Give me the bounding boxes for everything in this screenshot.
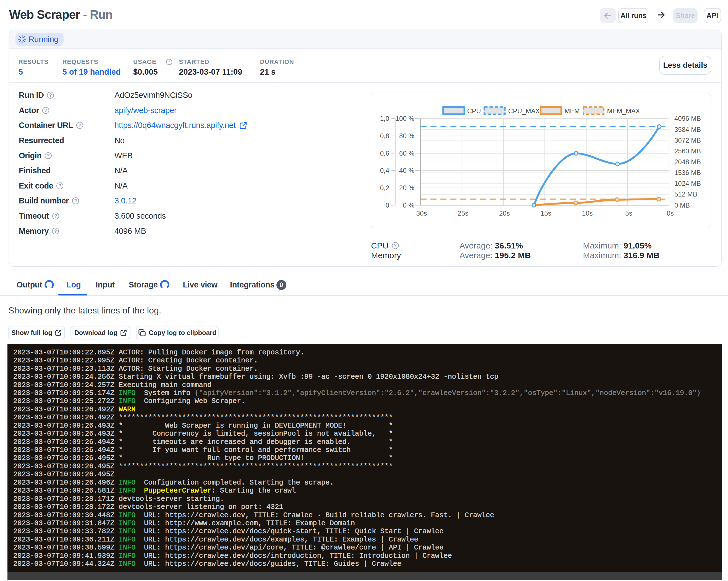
svg-text:0 MB: 0 MB <box>674 202 690 209</box>
svg-text:-15s: -15s <box>538 210 551 217</box>
svg-text:CPU: CPU <box>467 107 481 115</box>
svg-text:60 %: 60 % <box>399 150 414 157</box>
svg-text:-25s: -25s <box>456 210 468 217</box>
svg-text:1536 MB: 1536 MB <box>674 169 701 176</box>
svg-text:1024 MB: 1024 MB <box>674 180 701 187</box>
svg-text:-10s: -10s <box>580 210 593 217</box>
svg-text:40 %: 40 % <box>399 167 414 175</box>
svg-text:0: 0 <box>386 202 389 209</box>
svg-text:0,4: 0,4 <box>380 167 389 175</box>
svg-text:-5s: -5s <box>623 210 632 217</box>
svg-text:3072 MB: 3072 MB <box>674 136 701 144</box>
svg-text:3584 MB: 3584 MB <box>674 126 701 133</box>
svg-text:2560 MB: 2560 MB <box>674 147 701 155</box>
svg-text:-0s: -0s <box>665 210 674 217</box>
svg-text:CPU_MAX: CPU_MAX <box>508 107 540 115</box>
svg-text:20 %: 20 % <box>399 184 414 191</box>
svg-text:0 %: 0 % <box>403 202 414 209</box>
svg-text:512 MB: 512 MB <box>674 191 697 198</box>
svg-text:1,0: 1,0 <box>380 115 389 123</box>
svg-text:MEM_MAX: MEM_MAX <box>607 107 640 115</box>
svg-text:0,8: 0,8 <box>380 132 389 139</box>
svg-text:-30s: -30s <box>414 210 427 217</box>
svg-text:4096 MB: 4096 MB <box>674 115 701 123</box>
svg-text:0,2: 0,2 <box>380 184 389 191</box>
svg-text:2048 MB: 2048 MB <box>674 158 701 165</box>
svg-text:MEM: MEM <box>565 107 580 115</box>
svg-text:80 %: 80 % <box>399 132 414 139</box>
svg-text:0,6: 0,6 <box>380 150 389 157</box>
svg-text:-20s: -20s <box>497 210 510 217</box>
svg-text:100 %: 100 % <box>395 115 414 123</box>
